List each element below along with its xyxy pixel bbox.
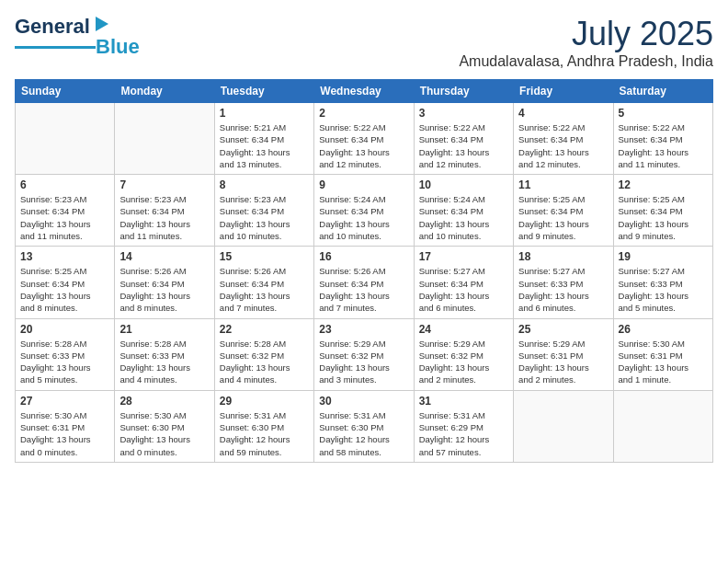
calendar-cell: 15Sunrise: 5:26 AM Sunset: 6:34 PM Dayli…	[214, 247, 313, 318]
calendar-cell: 1Sunrise: 5:21 AM Sunset: 6:34 PM Daylig…	[214, 103, 313, 175]
day-info: Sunrise: 5:26 AM Sunset: 6:34 PM Dayligh…	[319, 265, 408, 314]
day-number: 26	[619, 323, 708, 336]
day-info: Sunrise: 5:28 AM Sunset: 6:33 PM Dayligh…	[20, 338, 109, 386]
day-number: 12	[619, 178, 708, 191]
day-number: 2	[319, 107, 408, 120]
calendar-cell: 7Sunrise: 5:23 AM Sunset: 6:34 PM Daylig…	[115, 175, 214, 247]
calendar-cell: 11Sunrise: 5:25 AM Sunset: 6:34 PM Dayli…	[514, 175, 613, 247]
calendar-week-1: 1Sunrise: 5:21 AM Sunset: 6:34 PM Daylig…	[16, 103, 713, 175]
weekday-header-thursday: Thursday	[414, 80, 513, 103]
calendar-cell: 31Sunrise: 5:31 AM Sunset: 6:29 PM Dayli…	[414, 390, 513, 462]
weekday-header-friday: Friday	[514, 80, 613, 103]
svg-marker-0	[96, 17, 108, 31]
weekday-header-wednesday: Wednesday	[314, 80, 414, 103]
title-block: July 2025 Amudalavalasa, Andhra Pradesh,…	[459, 15, 713, 70]
day-number: 27	[20, 395, 109, 408]
calendar-week-5: 27Sunrise: 5:30 AM Sunset: 6:31 PM Dayli…	[16, 390, 713, 462]
day-info: Sunrise: 5:26 AM Sunset: 6:34 PM Dayligh…	[119, 265, 209, 314]
calendar-cell: 22Sunrise: 5:28 AM Sunset: 6:32 PM Dayli…	[214, 318, 313, 390]
day-info: Sunrise: 5:28 AM Sunset: 6:33 PM Dayligh…	[119, 338, 209, 386]
calendar-cell	[514, 390, 613, 462]
month-year: July 2025	[459, 15, 713, 53]
calendar-cell	[115, 103, 214, 175]
day-number: 5	[619, 107, 708, 120]
calendar-cell: 8Sunrise: 5:23 AM Sunset: 6:34 PM Daylig…	[214, 175, 313, 247]
day-info: Sunrise: 5:24 AM Sunset: 6:34 PM Dayligh…	[319, 193, 408, 242]
calendar-cell: 23Sunrise: 5:29 AM Sunset: 6:32 PM Dayli…	[314, 318, 414, 390]
day-number: 13	[20, 250, 109, 263]
logo: General Blue	[15, 15, 140, 59]
day-number: 16	[319, 250, 408, 263]
day-info: Sunrise: 5:25 AM Sunset: 6:34 PM Dayligh…	[20, 265, 109, 314]
day-info: Sunrise: 5:23 AM Sunset: 6:34 PM Dayligh…	[119, 193, 209, 242]
day-number: 29	[220, 395, 309, 408]
calendar-cell: 13Sunrise: 5:25 AM Sunset: 6:34 PM Dayli…	[16, 247, 115, 318]
day-info: Sunrise: 5:25 AM Sunset: 6:34 PM Dayligh…	[518, 193, 608, 242]
day-number: 4	[518, 107, 608, 120]
day-info: Sunrise: 5:29 AM Sunset: 6:32 PM Dayligh…	[319, 338, 408, 386]
weekday-header-sunday: Sunday	[16, 80, 115, 103]
day-number: 28	[119, 395, 209, 408]
day-info: Sunrise: 5:27 AM Sunset: 6:33 PM Dayligh…	[619, 265, 708, 314]
day-number: 24	[419, 323, 508, 336]
calendar-cell	[613, 390, 712, 462]
calendar-cell: 17Sunrise: 5:27 AM Sunset: 6:34 PM Dayli…	[414, 247, 513, 318]
day-info: Sunrise: 5:29 AM Sunset: 6:31 PM Dayligh…	[518, 338, 608, 386]
calendar-week-2: 6Sunrise: 5:23 AM Sunset: 6:34 PM Daylig…	[16, 175, 713, 247]
day-info: Sunrise: 5:22 AM Sunset: 6:34 PM Dayligh…	[319, 121, 408, 170]
calendar-cell: 27Sunrise: 5:30 AM Sunset: 6:31 PM Dayli…	[16, 390, 115, 462]
calendar-cell: 25Sunrise: 5:29 AM Sunset: 6:31 PM Dayli…	[514, 318, 613, 390]
calendar-cell: 9Sunrise: 5:24 AM Sunset: 6:34 PM Daylig…	[314, 175, 414, 247]
day-info: Sunrise: 5:30 AM Sunset: 6:31 PM Dayligh…	[619, 338, 708, 386]
day-number: 3	[419, 107, 508, 120]
calendar-table: SundayMondayTuesdayWednesdayThursdayFrid…	[15, 79, 713, 463]
day-info: Sunrise: 5:25 AM Sunset: 6:34 PM Dayligh…	[619, 193, 708, 242]
logo-arrow-icon	[92, 15, 112, 35]
page-header: General Blue July 2025 Amudalavalasa, An…	[15, 15, 713, 70]
day-info: Sunrise: 5:27 AM Sunset: 6:34 PM Dayligh…	[419, 265, 508, 314]
calendar-cell: 4Sunrise: 5:22 AM Sunset: 6:34 PM Daylig…	[514, 103, 613, 175]
calendar-cell: 20Sunrise: 5:28 AM Sunset: 6:33 PM Dayli…	[16, 318, 115, 390]
calendar-cell: 29Sunrise: 5:31 AM Sunset: 6:30 PM Dayli…	[214, 390, 313, 462]
calendar-cell: 21Sunrise: 5:28 AM Sunset: 6:33 PM Dayli…	[115, 318, 214, 390]
day-info: Sunrise: 5:22 AM Sunset: 6:34 PM Dayligh…	[619, 121, 708, 170]
day-info: Sunrise: 5:28 AM Sunset: 6:32 PM Dayligh…	[220, 338, 309, 386]
calendar-cell: 6Sunrise: 5:23 AM Sunset: 6:34 PM Daylig…	[16, 175, 115, 247]
day-info: Sunrise: 5:29 AM Sunset: 6:32 PM Dayligh…	[419, 338, 508, 386]
day-number: 8	[220, 178, 309, 191]
calendar-cell: 5Sunrise: 5:22 AM Sunset: 6:34 PM Daylig…	[613, 103, 712, 175]
day-number: 23	[319, 323, 408, 336]
day-info: Sunrise: 5:22 AM Sunset: 6:34 PM Dayligh…	[518, 121, 608, 170]
calendar-week-4: 20Sunrise: 5:28 AM Sunset: 6:33 PM Dayli…	[16, 318, 713, 390]
calendar-cell: 12Sunrise: 5:25 AM Sunset: 6:34 PM Dayli…	[613, 175, 712, 247]
calendar-cell: 3Sunrise: 5:22 AM Sunset: 6:34 PM Daylig…	[414, 103, 513, 175]
day-number: 31	[419, 395, 508, 408]
calendar-cell: 2Sunrise: 5:22 AM Sunset: 6:34 PM Daylig…	[314, 103, 414, 175]
calendar-cell: 14Sunrise: 5:26 AM Sunset: 6:34 PM Dayli…	[115, 247, 214, 318]
calendar-cell: 18Sunrise: 5:27 AM Sunset: 6:33 PM Dayli…	[514, 247, 613, 318]
calendar-cell: 30Sunrise: 5:31 AM Sunset: 6:30 PM Dayli…	[314, 390, 414, 462]
day-info: Sunrise: 5:23 AM Sunset: 6:34 PM Dayligh…	[20, 193, 109, 242]
day-number: 30	[319, 395, 408, 408]
day-info: Sunrise: 5:31 AM Sunset: 6:29 PM Dayligh…	[419, 409, 508, 458]
calendar-cell	[16, 103, 115, 175]
location: Amudalavalasa, Andhra Pradesh, India	[459, 53, 713, 70]
calendar-cell: 10Sunrise: 5:24 AM Sunset: 6:34 PM Dayli…	[414, 175, 513, 247]
day-number: 17	[419, 250, 508, 263]
day-info: Sunrise: 5:27 AM Sunset: 6:33 PM Dayligh…	[518, 265, 608, 314]
day-number: 14	[119, 250, 209, 263]
day-number: 11	[518, 178, 608, 191]
logo-underline	[15, 46, 96, 49]
day-number: 19	[619, 250, 708, 263]
calendar-cell: 19Sunrise: 5:27 AM Sunset: 6:33 PM Dayli…	[613, 247, 712, 318]
day-number: 20	[20, 323, 109, 336]
day-number: 25	[518, 323, 608, 336]
day-number: 22	[220, 323, 309, 336]
weekday-header-monday: Monday	[115, 80, 214, 103]
weekday-header-row: SundayMondayTuesdayWednesdayThursdayFrid…	[16, 80, 713, 103]
calendar-cell: 16Sunrise: 5:26 AM Sunset: 6:34 PM Dayli…	[314, 247, 414, 318]
day-info: Sunrise: 5:26 AM Sunset: 6:34 PM Dayligh…	[220, 265, 309, 314]
calendar-week-3: 13Sunrise: 5:25 AM Sunset: 6:34 PM Dayli…	[16, 247, 713, 318]
calendar-cell: 28Sunrise: 5:30 AM Sunset: 6:30 PM Dayli…	[115, 390, 214, 462]
day-number: 15	[220, 250, 309, 263]
